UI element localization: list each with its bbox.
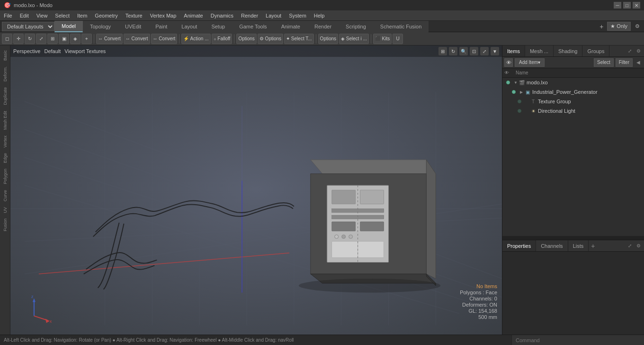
sidebar-item-polygon[interactable]: Polygon: [2, 166, 9, 187]
expand-icon[interactable]: ▶: [519, 89, 524, 95]
falloff-btn[interactable]: ⬦ Falloff: [212, 34, 233, 44]
rp-settings-icon[interactable]: ⚙: [635, 47, 642, 55]
vp-rotate-btn[interactable]: ↻: [449, 47, 457, 55]
tab-groups[interactable]: Groups: [582, 45, 609, 56]
sidebar-item-fusion[interactable]: Fusion: [2, 216, 9, 234]
tab-layout[interactable]: Layout: [174, 21, 204, 32]
sidebar-item-basic[interactable]: Basic: [2, 47, 9, 64]
prop-tab-properties[interactable]: Properties: [502, 240, 536, 251]
list-item[interactable]: ▼ 🎬 modo.lxo: [502, 78, 644, 87]
options-btn-1[interactable]: Options: [236, 34, 256, 44]
minimize-button[interactable]: ─: [614, 2, 621, 9]
tab-setup[interactable]: Setup: [204, 21, 232, 32]
layout-dropdown[interactable]: Default Layouts: [2, 22, 54, 31]
add-item-button[interactable]: Add Item ▾: [515, 58, 545, 67]
menu-item-select[interactable]: Select: [51, 10, 73, 20]
visibility-toggle[interactable]: [510, 88, 518, 96]
kits-btn[interactable]: ⬛ Kits: [373, 34, 392, 44]
settings-gear-icon[interactable]: ⚙: [633, 22, 642, 31]
maximize-button[interactable]: □: [623, 2, 631, 9]
prop-add-button[interactable]: +: [589, 242, 597, 250]
menu-item-texture[interactable]: Texture: [122, 10, 146, 20]
viewport[interactable]: Perspective Default Viewport Textures ⊞ …: [10, 45, 502, 335]
tool-icon-5[interactable]: ▣: [59, 34, 69, 44]
add-tab-button[interactable]: +: [596, 21, 607, 32]
list-item[interactable]: ▶ ▣ Industrial_Power_Generator: [502, 87, 644, 97]
tab-game-tools[interactable]: Game Tools: [232, 21, 274, 32]
menu-item-dynamics[interactable]: Dynamics: [207, 10, 237, 20]
tool-icon-0[interactable]: ◻: [2, 34, 12, 44]
prop-tab-channels[interactable]: Channels: [536, 240, 568, 251]
filter-button[interactable]: Filter: [616, 58, 633, 67]
vp-expand-btn[interactable]: ⤢: [480, 47, 489, 55]
eye-toggle-btn[interactable]: 👁: [504, 58, 513, 67]
vp-zoom-btn[interactable]: 🔍: [459, 47, 468, 55]
tab-items[interactable]: Items: [502, 45, 525, 56]
tab-animate[interactable]: Animate: [274, 21, 307, 32]
command-input[interactable]: [516, 337, 640, 343]
viewport-default-label[interactable]: Default: [44, 48, 61, 54]
tool-icon-2[interactable]: ↻: [25, 34, 35, 44]
tool-icon-4[interactable]: ⊞: [47, 34, 58, 44]
menu-item-item[interactable]: Item: [73, 10, 91, 20]
sidebar-item-duplicate[interactable]: Duplicate: [2, 84, 9, 108]
sidebar-item-vertex[interactable]: Vertex: [2, 133, 9, 151]
sidebar-item-mesh edit[interactable]: Mesh Edit: [2, 108, 9, 133]
sidebar-item-curve[interactable]: Curve: [2, 187, 9, 204]
vp-fit-btn[interactable]: ⊡: [470, 47, 478, 55]
tool-icon-7[interactable]: ⌖: [81, 34, 92, 44]
sidebar-item-deform[interactable]: Deform.: [2, 64, 9, 84]
menu-item-edit[interactable]: Edit: [16, 10, 33, 20]
menu-item-system[interactable]: System: [285, 10, 310, 20]
menu-item-file[interactable]: File: [0, 10, 16, 20]
expand-icon[interactable]: ▼: [513, 80, 519, 85]
menu-item-render[interactable]: Render: [237, 10, 262, 20]
prop-tab-lists[interactable]: Lists: [568, 240, 589, 251]
tool-icon-6[interactable]: ◈: [70, 34, 80, 44]
viewport-textures-label[interactable]: Viewport Textures: [64, 48, 106, 54]
viewport-perspective-label[interactable]: Perspective: [13, 48, 40, 54]
tab-shading[interactable]: Shading: [554, 45, 582, 56]
close-button[interactable]: ✕: [633, 2, 640, 9]
convert-btn-1[interactable]: ↔ Convert: [96, 34, 123, 44]
tab-uvedit[interactable]: UVEdit: [118, 21, 148, 32]
vp-settings-btn[interactable]: ▼: [491, 47, 499, 55]
tab-mesh[interactable]: Mesh ...: [525, 45, 554, 56]
visibility-toggle[interactable]: [516, 107, 523, 115]
visibility-toggle[interactable]: [516, 98, 523, 105]
prop-settings-icon[interactable]: ⚙: [635, 242, 642, 250]
menu-item-view[interactable]: View: [33, 10, 52, 20]
menu-item-layout[interactable]: Layout: [262, 10, 285, 20]
convert-btn-2[interactable]: ↔ Convert: [124, 34, 150, 44]
menu-item-geometry[interactable]: Geometry: [91, 10, 121, 20]
convert-btn-3[interactable]: ↔ Convert: [151, 34, 178, 44]
select-i-btn[interactable]: ◈ Select i ...: [339, 34, 369, 44]
sidebar-item-uv[interactable]: UV: [2, 204, 9, 216]
tool-icon-3[interactable]: ⤢: [36, 34, 46, 44]
options-btn-2[interactable]: ⚙ Options: [258, 34, 283, 44]
tool-icon-1[interactable]: ✛: [13, 34, 24, 44]
unreal-btn[interactable]: U: [393, 34, 403, 44]
only-button[interactable]: ★ Only: [607, 22, 631, 31]
action-btn[interactable]: ⚡ Action ...: [181, 34, 210, 44]
items-scrollbar[interactable]: [502, 236, 644, 240]
menu-item-vertex map[interactable]: Vertex Map: [146, 10, 180, 20]
select-tool-btn[interactable]: ✦ Select T...: [284, 34, 314, 44]
list-item[interactable]: T Texture Group: [502, 97, 644, 106]
vp-grid-btn[interactable]: ⊞: [438, 47, 447, 55]
sidebar-item-edge[interactable]: Edge: [2, 150, 9, 166]
tab-scripting[interactable]: Scripting: [339, 21, 373, 32]
tab-render[interactable]: Render: [307, 21, 339, 32]
select-button[interactable]: Select: [594, 58, 614, 67]
prop-expand-icon[interactable]: ⤢: [626, 242, 634, 250]
rp-expand-icon[interactable]: ⤢: [626, 47, 634, 55]
visibility-toggle[interactable]: [504, 79, 512, 86]
menu-item-help[interactable]: Help: [310, 10, 329, 20]
tab-paint[interactable]: Paint: [148, 21, 174, 32]
tab-model[interactable]: Model: [54, 21, 83, 32]
tab-topology[interactable]: Topology: [83, 21, 118, 32]
options-btn-3[interactable]: Options: [318, 34, 338, 44]
menu-item-animate[interactable]: Animate: [180, 10, 206, 20]
tab-schematic-fusion[interactable]: Schematic Fusion: [373, 21, 429, 32]
items-collapse-icon[interactable]: ◀: [635, 59, 642, 66]
